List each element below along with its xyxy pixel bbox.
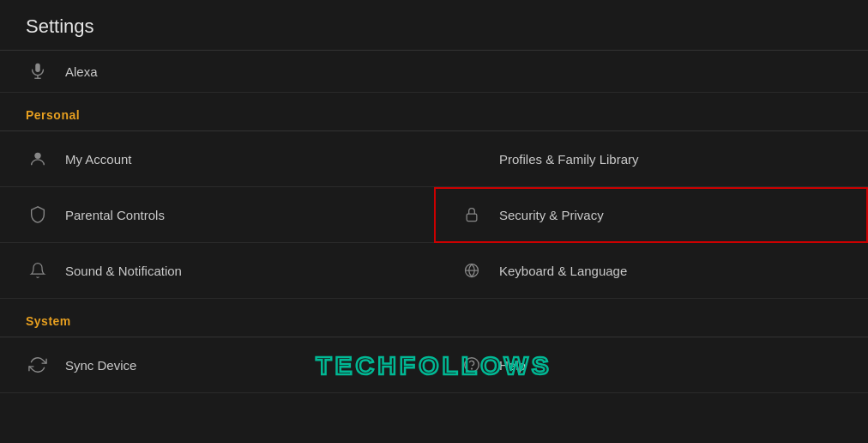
sync-device-label: Sync Device xyxy=(65,358,136,373)
alexa-row[interactable]: Alexa xyxy=(0,51,868,93)
alexa-label: Alexa xyxy=(65,64,98,79)
parental-controls-label: Parental Controls xyxy=(65,208,165,222)
parental-controls-item[interactable]: Parental Controls xyxy=(0,187,434,243)
personal-settings-grid: My Account Profiles & Family Library Par… xyxy=(0,130,868,299)
bell-icon xyxy=(26,258,50,282)
security-privacy-label: Security & Privacy xyxy=(499,208,604,222)
globe-icon xyxy=(460,258,484,282)
sync-icon xyxy=(26,353,50,377)
svg-point-7 xyxy=(472,368,473,369)
sound-notification-label: Sound & Notification xyxy=(65,264,182,278)
user-icon xyxy=(26,147,50,171)
question-icon xyxy=(460,353,484,377)
alexa-icon xyxy=(26,59,50,83)
page-title: Settings xyxy=(0,0,868,51)
lock-icon xyxy=(460,203,484,227)
help-item[interactable]: Help xyxy=(434,337,868,393)
help-label: Help xyxy=(499,358,526,373)
system-section-header: System xyxy=(0,299,868,337)
security-privacy-item[interactable]: Security & Privacy xyxy=(434,187,868,243)
keyboard-language-item[interactable]: Keyboard & Language xyxy=(434,243,868,299)
my-account-label: My Account xyxy=(65,152,132,167)
shield-icon xyxy=(26,203,50,227)
keyboard-language-label: Keyboard & Language xyxy=(499,264,627,278)
system-settings-grid: Sync Device Help TECHFOLLOWS xyxy=(0,337,868,393)
sound-notification-item[interactable]: Sound & Notification xyxy=(0,243,434,299)
profiles-family-item[interactable]: Profiles & Family Library xyxy=(434,131,868,187)
system-section: System Sync Device Help xyxy=(0,299,868,393)
profiles-icon xyxy=(460,147,484,171)
sync-device-item[interactable]: Sync Device xyxy=(0,337,434,393)
profiles-family-label: Profiles & Family Library xyxy=(499,152,639,167)
svg-rect-4 xyxy=(467,214,477,221)
my-account-item[interactable]: My Account xyxy=(0,131,434,187)
svg-point-6 xyxy=(465,358,479,373)
personal-section-header: Personal xyxy=(0,93,868,130)
svg-rect-0 xyxy=(35,64,40,72)
svg-point-3 xyxy=(34,153,40,159)
